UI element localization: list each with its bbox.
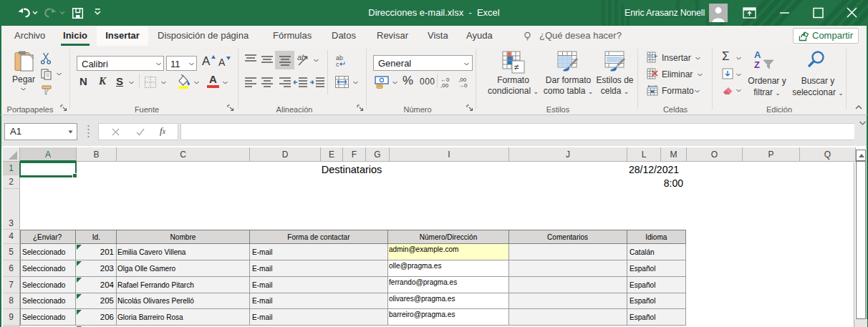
svg-text:≠: ≠ <box>514 62 519 72</box>
svg-text:Z: Z <box>754 59 760 70</box>
svg-text:A: A <box>754 50 761 60</box>
svg-text:→: → <box>458 82 464 88</box>
svg-text:,00: ,00 <box>440 82 449 88</box>
svg-text:0: 0 <box>464 82 468 88</box>
svg-text:c: c <box>336 61 339 68</box>
